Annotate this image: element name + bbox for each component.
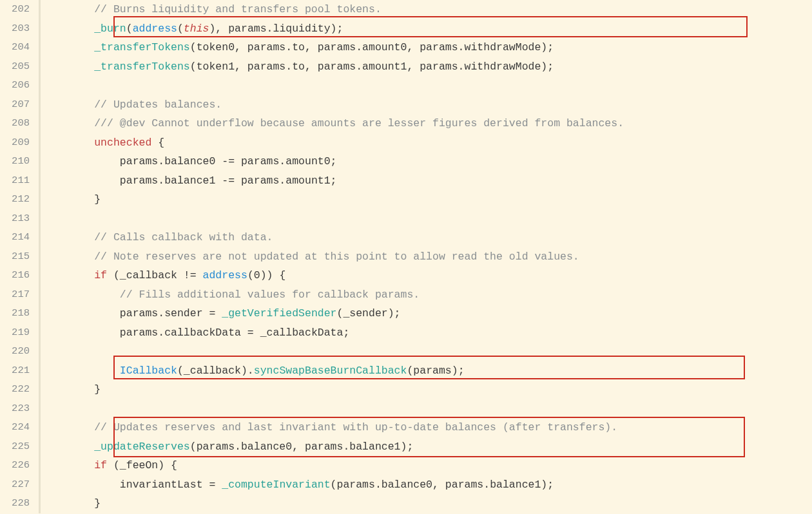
line-number: 203 xyxy=(0,19,30,39)
line-number: 208 xyxy=(0,114,30,133)
code-line: _transferTokens(token0, params.to, param… xyxy=(43,38,812,57)
code-line: } xyxy=(43,494,812,513)
code-line: } xyxy=(43,190,812,209)
code-line: // Updates reserves and last invariant w… xyxy=(43,418,812,437)
code-fn: _transferTokens xyxy=(94,41,190,53)
code-fn: _transferTokens xyxy=(94,61,190,73)
code-fn: _burn xyxy=(94,23,126,35)
code-line: invariantLast = _computeInvariant(params… xyxy=(43,475,812,495)
code-this: this xyxy=(184,23,209,35)
line-number: 226 xyxy=(0,456,30,475)
line-number: 207 xyxy=(0,95,30,115)
code-line: params.balance1 -= params.amount1; xyxy=(43,171,812,191)
line-number: 202 xyxy=(0,0,30,19)
code-line: ICallback(_callback).syncSwapBaseBurnCal… xyxy=(43,361,812,381)
code-line-blank xyxy=(43,76,812,95)
code-comment: // Calls callback with data. xyxy=(94,231,273,243)
code-comment: // Burns liquidity and transfers pool to… xyxy=(94,3,382,15)
code-line-blank xyxy=(43,342,812,361)
line-number: 212 xyxy=(0,190,30,209)
code-line: params.sender = _getVerifiedSender(_send… xyxy=(43,304,812,323)
line-number: 210 xyxy=(0,152,30,171)
code-keyword: if xyxy=(94,269,107,281)
line-number: 211 xyxy=(0,171,30,191)
code-line: _transferTokens(token1, params.to, param… xyxy=(43,57,812,77)
code-line: if (_feeOn) { xyxy=(43,456,812,475)
line-number: 206 xyxy=(0,76,30,95)
line-number: 227 xyxy=(0,475,30,495)
code-viewer: 2022032042052062072082092102112122132142… xyxy=(0,0,812,513)
code-comment: // Updates balances. xyxy=(94,99,222,111)
code-line: // Note reserves are not updated at this… xyxy=(43,247,812,267)
code-comment: // Updates reserves and last invariant w… xyxy=(94,421,617,433)
code-line-blank xyxy=(43,209,812,229)
code-line: unchecked { xyxy=(43,133,812,153)
code-line: params.callbackData = _callbackData; xyxy=(43,323,812,343)
line-number: 220 xyxy=(0,342,30,361)
line-number: 228 xyxy=(0,494,30,513)
code-type: address xyxy=(203,269,247,281)
code-comment: // Fills additional values for callback … xyxy=(120,289,420,301)
code-line: // Calls callback with data. xyxy=(43,228,812,247)
line-number: 209 xyxy=(0,133,30,153)
line-number: 225 xyxy=(0,437,30,457)
code-line: /// @dev Cannot underflow because amount… xyxy=(43,114,812,133)
code-type: address xyxy=(133,23,177,35)
code-line: // Fills additional values for callback … xyxy=(43,285,812,305)
line-number: 218 xyxy=(0,304,30,323)
code-line: params.balance0 -= params.amount0; xyxy=(43,152,812,171)
line-number: 214 xyxy=(0,228,30,247)
code-fn: syncSwapBaseBurnCallback xyxy=(254,365,407,377)
line-number: 217 xyxy=(0,285,30,305)
line-number: 204 xyxy=(0,38,30,57)
line-number: 219 xyxy=(0,323,30,343)
line-number: 213 xyxy=(0,209,30,229)
line-number: 216 xyxy=(0,266,30,285)
line-number: 223 xyxy=(0,399,30,419)
code-line: if (_callback != address(0)) { xyxy=(43,266,812,285)
line-number: 221 xyxy=(0,361,30,381)
line-number: 222 xyxy=(0,380,30,399)
code-fn: _updateReserves xyxy=(94,441,190,453)
code-content: // Burns liquidity and transfers pool to… xyxy=(41,0,812,513)
code-line: } xyxy=(43,380,812,399)
line-number: 205 xyxy=(0,57,30,77)
line-number: 215 xyxy=(0,247,30,267)
code-comment: // Note reserves are not updated at this… xyxy=(94,251,579,263)
code-line: _burn(address(this), params.liquidity); xyxy=(43,19,812,39)
code-line: // Updates balances. xyxy=(43,95,812,115)
code-fn: _getVerifiedSender xyxy=(222,307,336,319)
line-number-gutter: 2022032042052062072082092102112122132142… xyxy=(0,0,39,513)
code-keyword: if xyxy=(94,459,107,471)
code-type: ICallback xyxy=(120,365,177,377)
code-keyword: unchecked xyxy=(94,137,151,149)
code-line-blank xyxy=(43,399,812,419)
code-line: _updateReserves(params.balance0, params.… xyxy=(43,437,812,457)
code-comment: /// @dev Cannot underflow because amount… xyxy=(94,117,624,129)
code-line: // Burns liquidity and transfers pool to… xyxy=(43,0,812,19)
line-number: 224 xyxy=(0,418,30,437)
code-fn: _computeInvariant xyxy=(222,479,330,491)
